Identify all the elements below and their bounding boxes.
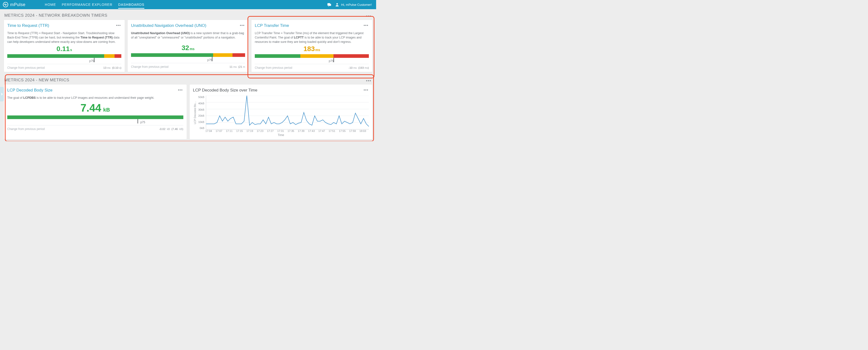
user-menu[interactable]: Hi, mPulse Customer!	[335, 2, 372, 7]
section-menu-icon[interactable]: •••	[366, 14, 372, 19]
p75-label: p75	[329, 59, 334, 63]
p75-marker	[137, 119, 138, 123]
distribution-bar: p75	[131, 53, 245, 63]
card-title[interactable]: Unattributed Navigation Overhead (UNO)	[131, 23, 206, 28]
bar-poor	[115, 54, 121, 58]
top-bar: mPulse HOME PERFORMANCE EXPLORER DASHBOA…	[0, 0, 376, 9]
card-menu-icon[interactable]: •••	[178, 88, 183, 92]
card-title[interactable]: LCP Transfer Time	[255, 23, 289, 28]
y-axis-ticks: 50kB40kB30kB20kB10kB0kB	[197, 96, 206, 129]
chart-title: LCP Decoded Body Size over Time	[193, 88, 257, 93]
bar-good	[255, 54, 300, 58]
chart-series	[206, 96, 369, 127]
nav-dashboards[interactable]: DASHBOARDS	[118, 0, 144, 9]
section-menu-icon[interactable]: •••	[366, 78, 372, 84]
nav-performance-explorer[interactable]: PERFORMANCE EXPLORER	[62, 0, 113, 9]
p75-label: p75	[207, 58, 212, 62]
card-menu-icon[interactable]: •••	[116, 23, 121, 28]
user-area: Hi, mPulse Customer!	[327, 2, 372, 7]
bar-needs-improvement	[300, 54, 334, 58]
user-icon	[335, 2, 339, 7]
section-new-metrics: METRICS 2024 - NEW METRICS ••• LCP Decod…	[0, 74, 376, 141]
bar-good	[7, 116, 183, 119]
bar-poor	[334, 54, 369, 58]
main-nav: HOME PERFORMANCE EXPLORER DASHBOARDS	[45, 0, 144, 9]
metric-value: 32ms	[131, 44, 245, 52]
card-menu-icon[interactable]: •••	[363, 23, 369, 28]
pulse-icon	[3, 2, 8, 7]
section-network-timers: METRICS 2024 - NETWORK BREAKDOWN TIMERS …	[0, 9, 376, 74]
brand-name: mPulse	[10, 2, 25, 7]
distribution-bar: p75	[255, 54, 369, 64]
brand[interactable]: mPulse	[3, 2, 25, 7]
metric-value: 0.11s	[7, 45, 121, 53]
chart-plot[interactable]	[206, 96, 369, 129]
svg-point-0	[336, 3, 338, 5]
chart[interactable]: LCP Decoded Bo… 50kB40kB30kB20kB10kB0kB	[193, 96, 369, 129]
bar-needs-improvement	[213, 53, 232, 57]
card-description: LCP Transfer Time = Transfer Time (ms) o…	[255, 31, 369, 44]
change-row: Change from previous period -10ms (193ms…	[255, 66, 369, 69]
distribution-bar: p75	[7, 54, 121, 64]
change-row: Change from previous period -0.02 kB (7.…	[7, 127, 183, 131]
bar-good	[7, 54, 104, 58]
bar-good	[131, 53, 213, 57]
card-title[interactable]: LCP Decoded Body Size	[7, 88, 53, 93]
card-description: The goal of LCPDBS is to be able to trac…	[7, 96, 183, 100]
change-row: Change from previous period 11ms (21m	[131, 65, 245, 68]
card-description: Time to Request (TTR) = Request Start - …	[7, 31, 121, 44]
change-row: Change from previous period 13ms (0.10s)	[7, 66, 121, 69]
card-menu-icon[interactable]: •••	[239, 23, 245, 28]
metric-value: 183ms	[255, 45, 369, 53]
card-description: Unattributed Navigation Overhead (UNO) i…	[131, 31, 245, 43]
card-ttr: Time to Request (TTR) ••• Time to Reques…	[4, 20, 125, 72]
metric-value: 7.44kB	[7, 102, 183, 114]
card-lcp-decoded-body-size: LCP Decoded Body Size ••• The goal of LC…	[4, 85, 187, 139]
bar-needs-improvement	[104, 54, 114, 58]
x-axis-ticks: 17:0417:0717:1117:1517:1917:2317:2717:31…	[204, 129, 369, 132]
chat-icon[interactable]	[327, 2, 331, 7]
card-title[interactable]: Time to Request (TTR)	[7, 23, 49, 28]
p75-label: p75	[140, 121, 145, 124]
bar-poor	[232, 53, 245, 57]
card-lcp-decoded-over-time: LCP Decoded Body Size over Time ••• LCP …	[190, 85, 372, 139]
card-uno: Unattributed Navigation Overhead (UNO) •…	[128, 20, 248, 72]
section-title: METRICS 2024 - NETWORK BREAKDOWN TIMERS	[4, 13, 107, 18]
p75-label: p75	[89, 59, 94, 63]
distribution-bar: p75	[7, 116, 183, 125]
nav-home[interactable]: HOME	[45, 0, 56, 9]
card-menu-icon[interactable]: •••	[363, 88, 369, 92]
y-axis-label: LCP Decoded Bo…	[193, 96, 197, 129]
section-title: METRICS 2024 - NEW METRICS	[4, 78, 69, 83]
user-greeting: Hi, mPulse Customer!	[341, 3, 372, 6]
brand-logo-icon	[3, 2, 8, 7]
card-lcp-transfer-time: LCP Transfer Time ••• LCP Transfer Time …	[251, 20, 372, 72]
x-axis-label: Time	[193, 133, 369, 137]
